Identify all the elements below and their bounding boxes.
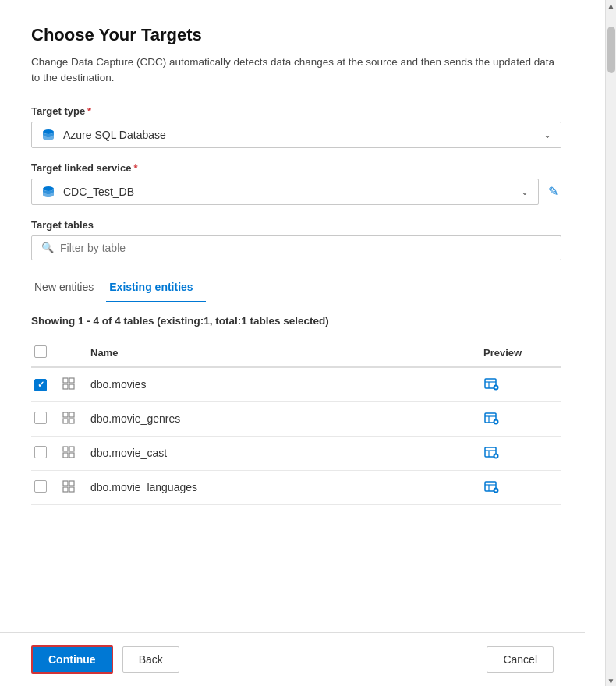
row-checkbox-4[interactable]: [34, 480, 47, 493]
svg-rect-13: [63, 419, 68, 423]
tables-table: Name Preview: [31, 339, 561, 505]
table-grid-icon: [62, 446, 75, 458]
svg-rect-11: [63, 412, 68, 417]
table-header-row: Name Preview: [31, 339, 561, 367]
required-star: *: [87, 105, 91, 117]
col-header-preview: Preview: [483, 339, 561, 367]
row-icon-cell-3: [62, 436, 90, 470]
row-preview-3[interactable]: [483, 436, 561, 470]
scroll-thumb[interactable]: [607, 27, 615, 73]
svg-point-0: [43, 129, 54, 134]
edit-linked-service-icon[interactable]: ✎: [545, 181, 561, 202]
filter-table-input[interactable]: [60, 242, 551, 254]
linked-service-db-icon: [41, 185, 55, 199]
required-star-2: *: [133, 162, 137, 174]
row-checkbox-3[interactable]: [34, 446, 47, 458]
svg-rect-29: [63, 481, 68, 486]
search-icon: 🔍: [41, 242, 54, 253]
col-header-name: Name: [90, 339, 483, 367]
table-row: dbo.movie_genres: [31, 401, 561, 436]
scrollbar: ▲ ▼: [605, 0, 616, 686]
entity-tabs: New entities Existing entities: [31, 274, 561, 302]
row-checkbox-cell: [31, 470, 62, 504]
svg-rect-31: [63, 487, 68, 492]
target-type-chevron-icon: ⌄: [543, 129, 551, 140]
row-checkbox-1[interactable]: [34, 379, 47, 391]
svg-rect-12: [69, 412, 74, 417]
preview-icon[interactable]: [483, 410, 499, 426]
target-tables-section: Target tables 🔍: [31, 219, 574, 260]
svg-rect-22: [63, 453, 68, 458]
cancel-button[interactable]: Cancel: [487, 646, 554, 673]
svg-point-10: [495, 386, 497, 388]
target-type-section: Target type * Azure SQL Database ⌄: [31, 105, 574, 148]
table-row: dbo.movie_cast: [31, 436, 561, 470]
svg-rect-30: [69, 481, 74, 486]
row-checkbox-cell: [31, 367, 62, 402]
row-name-4: dbo.movie_languages: [90, 470, 483, 504]
target-type-dropdown[interactable]: Azure SQL Database ⌄: [31, 122, 561, 148]
target-tables-label: Target tables: [31, 219, 574, 231]
table-summary: Showing 1 - 4 of 4 tables (existing:1, t…: [31, 315, 574, 327]
select-all-checkbox[interactable]: [34, 345, 47, 358]
linked-service-chevron-icon: ⌄: [521, 186, 529, 197]
target-linked-service-label: Target linked service *: [31, 162, 574, 174]
svg-point-37: [495, 489, 497, 491]
preview-icon[interactable]: [483, 479, 499, 494]
azure-sql-icon: [41, 128, 55, 142]
tables-section: Name Preview: [31, 339, 574, 505]
svg-point-1: [43, 186, 54, 191]
row-icon-cell-4: [62, 470, 90, 504]
tab-existing-entities[interactable]: Existing entities: [106, 274, 205, 302]
svg-rect-21: [69, 447, 74, 451]
svg-point-28: [495, 454, 497, 457]
continue-button[interactable]: Continue: [31, 645, 113, 674]
row-preview-1[interactable]: [483, 367, 561, 402]
svg-rect-20: [63, 447, 68, 451]
target-linked-service-value: CDC_Test_DB: [63, 186, 134, 198]
row-icon-cell-1: [62, 367, 90, 402]
row-name-2: dbo.movie_genres: [90, 401, 483, 436]
table-row: dbo.movies: [31, 367, 561, 402]
row-name-1: dbo.movies: [90, 367, 483, 402]
table-grid-icon: [62, 377, 75, 390]
row-preview-4[interactable]: [483, 470, 561, 504]
svg-rect-5: [69, 384, 74, 389]
row-checkbox-cell: [31, 436, 62, 470]
svg-point-19: [495, 420, 497, 423]
row-checkbox-2[interactable]: [34, 412, 47, 424]
tab-new-entities[interactable]: New entities: [31, 274, 106, 302]
preview-icon[interactable]: [483, 444, 499, 460]
svg-rect-23: [69, 453, 74, 458]
preview-icon[interactable]: [483, 376, 499, 391]
svg-rect-2: [63, 378, 68, 383]
col-header-icon: [62, 339, 90, 367]
row-preview-2[interactable]: [483, 401, 561, 436]
filter-input-wrapper[interactable]: 🔍: [31, 235, 561, 260]
table-grid-icon: [62, 412, 75, 424]
page-description: Change Data Capture (CDC) automatically …: [31, 55, 561, 87]
row-name-3: dbo.movie_cast: [90, 436, 483, 470]
target-linked-service-section: Target linked service * CDC_Test_DB: [31, 162, 574, 205]
row-checkbox-cell: [31, 401, 62, 436]
page-title: Choose Your Targets: [31, 25, 574, 45]
scroll-down-arrow[interactable]: ▼: [606, 675, 617, 686]
footer: Continue Back Cancel: [0, 632, 585, 686]
target-type-value: Azure SQL Database: [63, 129, 166, 141]
col-header-checkbox: [31, 339, 62, 367]
svg-rect-3: [69, 378, 74, 383]
svg-rect-14: [69, 419, 74, 423]
row-icon-cell-2: [62, 401, 90, 436]
table-row: dbo.movie_languages: [31, 470, 561, 504]
scroll-up-arrow[interactable]: ▲: [606, 0, 617, 11]
svg-rect-32: [69, 487, 74, 492]
svg-rect-4: [63, 384, 68, 389]
table-grid-icon: [62, 480, 75, 493]
target-linked-service-dropdown[interactable]: CDC_Test_DB ⌄: [31, 179, 539, 205]
back-button[interactable]: Back: [122, 646, 179, 673]
target-type-label: Target type *: [31, 105, 574, 117]
